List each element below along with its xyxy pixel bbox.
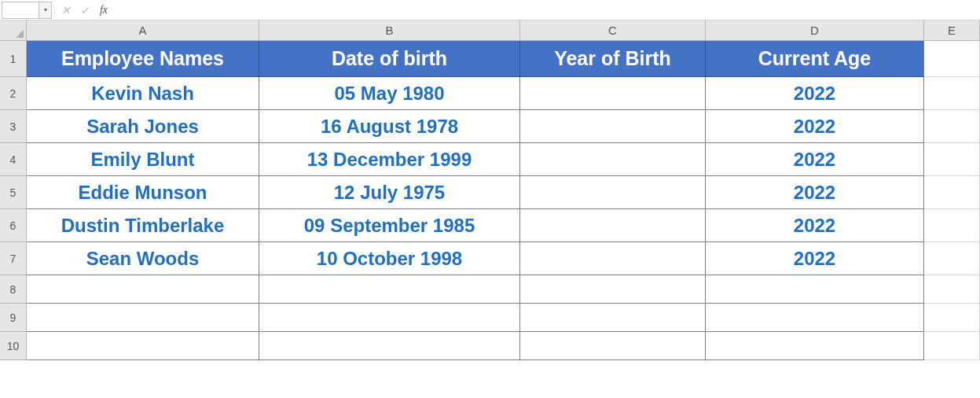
cell-C4[interactable]	[520, 143, 706, 176]
cell-E3[interactable]	[924, 110, 980, 143]
select-all-corner[interactable]	[0, 20, 27, 41]
cancel-icon[interactable]: ✕	[57, 2, 75, 19]
col-header-B[interactable]: B	[259, 20, 520, 41]
cell-B7[interactable]: 10 October 1998	[259, 242, 520, 275]
cell-D10[interactable]	[706, 332, 924, 360]
cell-E1[interactable]	[924, 41, 980, 77]
cell-B6[interactable]: 09 September 1985	[259, 209, 520, 242]
cell-D3[interactable]: 2022	[706, 110, 924, 143]
row-header-3[interactable]: 3	[0, 110, 27, 143]
cell-B10[interactable]	[259, 332, 520, 360]
cell-C3[interactable]	[520, 110, 706, 143]
col-header-D[interactable]: D	[706, 20, 924, 41]
cell-C1[interactable]: Year of Birth	[520, 41, 706, 77]
cell-D1[interactable]: Current Age	[706, 41, 924, 77]
cell-E6[interactable]	[924, 209, 980, 242]
cell-A9[interactable]	[27, 304, 259, 332]
enter-icon[interactable]: ✓	[75, 2, 94, 19]
cell-D6[interactable]: 2022	[706, 209, 924, 242]
cell-B9[interactable]	[259, 304, 520, 332]
cell-C6[interactable]	[520, 209, 706, 242]
cell-B2[interactable]: 05 May 1980	[259, 77, 520, 110]
cell-C10[interactable]	[520, 332, 706, 360]
col-header-A[interactable]: A	[27, 20, 259, 41]
cell-D2[interactable]: 2022	[706, 77, 924, 110]
formula-bar: ▾ ⋮ ✕ ✓ fx	[0, 0, 980, 20]
cell-A4[interactable]: Emily Blunt	[27, 143, 259, 176]
cell-B1[interactable]: Date of birth	[259, 41, 520, 77]
cell-D9[interactable]	[706, 304, 924, 332]
cell-A6[interactable]: Dustin Timberlake	[27, 209, 259, 242]
cell-C5[interactable]	[520, 176, 706, 209]
cell-A8[interactable]	[27, 275, 259, 304]
row-header-6[interactable]: 6	[0, 209, 27, 242]
cell-E8[interactable]	[924, 275, 980, 304]
cell-A10[interactable]	[27, 332, 259, 360]
cell-D8[interactable]	[706, 275, 924, 304]
cell-B5[interactable]: 12 July 1975	[259, 176, 520, 209]
cell-A5[interactable]: Eddie Munson	[27, 176, 259, 209]
cell-E7[interactable]	[924, 242, 980, 275]
cell-E10[interactable]	[924, 332, 980, 360]
cell-E9[interactable]	[924, 304, 980, 332]
spreadsheet-window: ▾ ⋮ ✕ ✓ fx A B C D E 1 Employee Names Da…	[0, 0, 980, 398]
row-header-1[interactable]: 1	[0, 41, 27, 77]
formula-input[interactable]	[113, 2, 980, 19]
col-header-C[interactable]: C	[520, 20, 706, 41]
cell-A3[interactable]: Sarah Jones	[27, 110, 259, 143]
cell-C7[interactable]	[520, 242, 706, 275]
row-header-2[interactable]: 2	[0, 77, 27, 110]
row-header-7[interactable]: 7	[0, 242, 27, 275]
cell-C2[interactable]	[520, 77, 706, 110]
row-header-5[interactable]: 5	[0, 176, 27, 209]
cell-C9[interactable]	[520, 304, 706, 332]
row-header-10[interactable]: 10	[0, 332, 27, 360]
spreadsheet-grid: A B C D E 1 Employee Names Date of birth…	[0, 20, 980, 360]
row-header-8[interactable]: 8	[0, 275, 27, 304]
cell-D5[interactable]: 2022	[706, 176, 924, 209]
cell-E2[interactable]	[924, 77, 980, 110]
row-header-4[interactable]: 4	[0, 143, 27, 176]
cell-A2[interactable]: Kevin Nash	[27, 77, 259, 110]
cell-C8[interactable]	[520, 275, 706, 304]
cell-B8[interactable]	[259, 275, 520, 304]
cell-D4[interactable]: 2022	[706, 143, 924, 176]
cell-B3[interactable]: 16 August 1978	[259, 110, 520, 143]
col-header-E[interactable]: E	[924, 20, 980, 41]
cell-E5[interactable]	[924, 176, 980, 209]
cell-A1[interactable]: Employee Names	[27, 41, 259, 77]
cell-B4[interactable]: 13 December 1999	[259, 143, 520, 176]
fx-icon[interactable]: fx	[94, 2, 113, 19]
name-box[interactable]	[2, 2, 39, 19]
cell-E4[interactable]	[924, 143, 980, 176]
row-header-9[interactable]: 9	[0, 304, 27, 332]
cell-A7[interactable]: Sean Woods	[27, 242, 259, 275]
cell-D7[interactable]: 2022	[706, 242, 924, 275]
